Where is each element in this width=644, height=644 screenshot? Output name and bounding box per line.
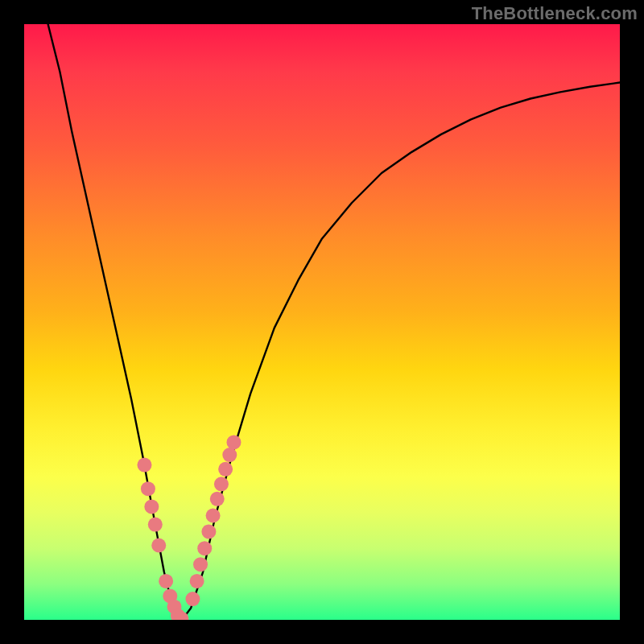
scatter-dot <box>144 499 159 514</box>
watermark-text: TheBottleneck.com <box>472 3 638 24</box>
scatter-dot <box>148 518 163 532</box>
scatter-dot <box>137 458 151 473</box>
scatter-dot <box>226 435 241 449</box>
scatter-dot <box>222 448 237 462</box>
chart-frame: TheBottleneck.com <box>0 0 644 644</box>
scatter-dot <box>218 462 233 477</box>
plot-area <box>24 24 620 620</box>
scatter-dot <box>206 509 221 523</box>
scatter-dot <box>159 574 173 588</box>
scatter-dot <box>190 574 204 588</box>
scatter-dot <box>141 481 155 496</box>
scatter-dot <box>151 539 166 553</box>
scatter-dot <box>201 524 216 539</box>
scatter-dot <box>197 541 212 555</box>
curve-line <box>48 24 620 620</box>
scatter-dot <box>185 592 200 606</box>
scatter-dot <box>214 477 229 491</box>
scatter-dot <box>193 557 208 572</box>
scatter-dot <box>210 492 225 506</box>
scatter-points <box>137 435 241 620</box>
chart-svg <box>24 24 620 620</box>
